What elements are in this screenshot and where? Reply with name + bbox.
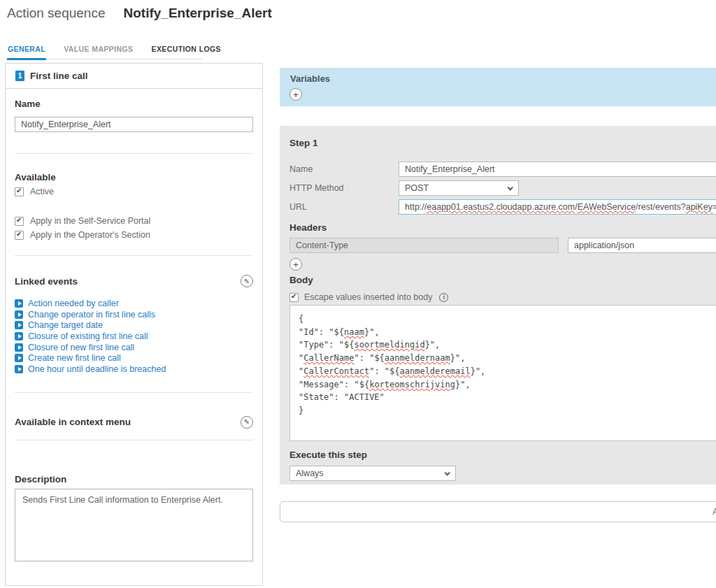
divider [15,392,253,393]
available-section-title: Available [15,172,253,182]
action-sequence-page: Action sequence Notify_Enterprise_Alert … [0,0,716,588]
event-icon [15,299,23,308]
page-type-label: Action sequence [7,6,106,21]
url-input[interactable]: http://eaapp01.eastus2.cloudapp.azure.co… [399,199,716,215]
tab-execution-logs[interactable]: EXECUTION LOGS [150,42,222,59]
event-icon [15,321,23,329]
first-line-call-panel: 1 First line call Name Available Active … [5,63,263,586]
chevron-down-icon [507,185,513,190]
card-type-label: First line call [30,71,88,81]
event-link[interactable]: Change target date [28,320,103,330]
linked-events-title: Linked events [15,276,78,287]
header-value-input[interactable]: application/json [568,238,716,253]
escape-values-checkbox[interactable] [289,293,299,302]
step-name-input[interactable] [399,162,716,177]
active-checkbox[interactable] [15,187,24,196]
event-link[interactable]: Closure of existing first line call [28,331,148,341]
checkbox-label: Apply in the Operator's Section [30,230,150,240]
body-section-title: Body [289,275,716,285]
add-variable-plus-icon[interactable]: + [289,88,302,101]
http-method-select[interactable]: POST [399,180,519,196]
step-name-label: Name [289,164,399,174]
name-section-title: Name [15,99,253,109]
http-method-value: POST [405,183,429,193]
page-title: Notify_Enterprise_Alert [124,6,272,21]
step-1-panel: Step 1 Name HTTP Method POST URL http://… [280,126,716,485]
header-key-input[interactable]: Content-Type [289,238,559,253]
execute-step-title: Execute this step [289,450,716,460]
context-menu-title: Available in context menu [15,417,131,427]
description-textarea[interactable]: Sends First Line Call information to Ent… [15,489,253,561]
event-link[interactable]: Closure of new first line call [28,343,134,352]
escape-values-label: Escape values inserted into body [304,292,432,302]
description-title: Description [15,474,253,485]
event-link[interactable]: Create new first line call [28,353,121,363]
event-link[interactable]: One hour until deadline is breached [28,364,166,374]
event-link[interactable]: Change operator in first line calls [28,310,155,320]
variables-title: Variables [290,73,330,84]
first-line-call-icon: 1 [15,71,24,81]
execute-step-value: Always [296,468,324,478]
list-item: Action needed by caller [15,298,253,309]
body-textarea[interactable]: { "Id": "${naam}", "Type": "${soortmeldi… [289,305,716,441]
chevron-down-icon [444,470,450,475]
info-icon: i [439,293,448,302]
divider [15,153,253,154]
checkbox-row-operator: Apply in the Operator's Section [15,230,253,240]
event-icon [15,332,23,340]
list-item: One hour until deadline is breached [15,364,253,375]
linked-events-list: Action needed by caller Change operator … [15,298,253,375]
variables-panel: Variables + [280,68,716,106]
name-input[interactable] [15,117,253,132]
tab-bar: GENERAL VALUE MAPPINGS EXECUTION LOGS [7,42,203,59]
add-step-bar[interactable]: A [280,501,716,522]
edit-linked-events-icon[interactable]: ✎ [241,275,253,287]
step-title: Step 1 [289,138,716,148]
url-label: URL [289,202,399,212]
tab-general[interactable]: GENERAL [7,42,46,60]
tab-value-mappings[interactable]: VALUE MAPPINGS [63,42,134,59]
event-icon [15,343,23,352]
http-method-row: HTTP Method POST [289,180,716,196]
list-item: Change target date [15,320,253,331]
add-header-plus-icon[interactable]: + [289,258,302,271]
list-item: Create new first line call [15,352,253,364]
event-icon [15,310,23,319]
checkbox-row-active: Active [15,187,253,196]
divider [15,255,253,256]
operator-section-checkbox[interactable] [15,231,24,240]
checkbox-label: Apply in the Self-Service Portal [30,216,150,226]
event-icon [15,354,23,362]
add-step-partial-label: A [713,507,716,517]
header-row: Content-Type application/json [289,238,716,253]
event-icon [15,365,23,373]
card-type-header: 1 First line call [6,64,262,89]
edit-context-menu-icon[interactable]: ✎ [241,416,253,429]
checkbox-row-ssp: Apply in the Self-Service Portal [15,216,253,226]
escape-values-row: Escape values inserted into body i [289,292,716,302]
step-name-row: Name [289,162,716,177]
headers-section-title: Headers [289,222,716,233]
list-item: Closure of existing first line call [15,331,253,342]
self-service-portal-checkbox[interactable] [15,217,24,226]
list-item: Closure of new first line call [15,342,253,353]
checkbox-label: Active [30,187,54,196]
event-link[interactable]: Action needed by caller [28,299,119,308]
execute-step-select[interactable]: Always [289,466,456,481]
list-item: Change operator in first line calls [15,309,253,320]
url-row: URL http://eaapp01.eastus2.cloudapp.azur… [289,199,716,215]
page-header: Action sequence Notify_Enterprise_Alert [7,6,272,21]
http-method-label: HTTP Method [289,183,399,193]
divider [15,440,253,440]
